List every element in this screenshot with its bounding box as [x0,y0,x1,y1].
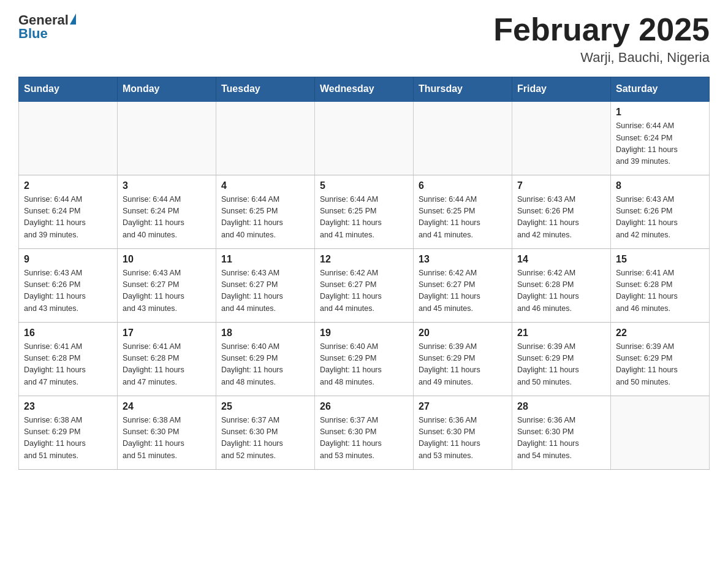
day-number: 17 [123,327,211,339]
weekday-header-wednesday: Wednesday [315,77,414,102]
day-number: 22 [616,327,704,339]
calendar-cell: 17Sunrise: 6:41 AM Sunset: 6:28 PM Dayli… [118,322,216,396]
day-number: 16 [24,327,112,339]
day-number: 23 [24,401,112,412]
calendar-cell: 2Sunrise: 6:44 AM Sunset: 6:24 PM Daylig… [19,175,118,248]
calendar-cell: 21Sunrise: 6:39 AM Sunset: 6:29 PM Dayli… [512,322,611,396]
day-info: Sunrise: 6:43 AM Sunset: 6:26 PM Dayligh… [517,194,605,242]
logo-triangle-icon [70,13,76,25]
day-info: Sunrise: 6:41 AM Sunset: 6:28 PM Dayligh… [24,341,112,389]
weekday-header-saturday: Saturday [611,77,710,102]
day-info: Sunrise: 6:38 AM Sunset: 6:29 PM Dayligh… [24,415,112,462]
calendar-cell [512,101,611,175]
calendar-cell: 24Sunrise: 6:38 AM Sunset: 6:30 PM Dayli… [118,396,216,469]
calendar-cell: 5Sunrise: 6:44 AM Sunset: 6:25 PM Daylig… [315,175,414,248]
day-number: 15 [616,254,704,265]
day-number: 11 [221,254,309,265]
day-number: 8 [616,180,704,191]
calendar-table: SundayMondayTuesdayWednesdayThursdayFrid… [18,77,710,470]
calendar-cell: 19Sunrise: 6:40 AM Sunset: 6:29 PM Dayli… [315,322,414,396]
day-info: Sunrise: 6:44 AM Sunset: 6:24 PM Dayligh… [616,120,704,168]
day-number: 27 [419,401,507,412]
calendar-cell: 18Sunrise: 6:40 AM Sunset: 6:29 PM Dayli… [216,322,315,396]
calendar-cell: 22Sunrise: 6:39 AM Sunset: 6:29 PM Dayli… [611,322,710,396]
day-number: 24 [123,401,211,412]
day-number: 1 [616,107,704,118]
calendar-cell: 26Sunrise: 6:37 AM Sunset: 6:30 PM Dayli… [315,396,414,469]
day-info: Sunrise: 6:36 AM Sunset: 6:30 PM Dayligh… [517,415,605,462]
weekday-header-thursday: Thursday [414,77,512,102]
weekday-header-friday: Friday [512,77,611,102]
calendar-cell: 7Sunrise: 6:43 AM Sunset: 6:26 PM Daylig… [512,175,611,248]
day-info: Sunrise: 6:37 AM Sunset: 6:30 PM Dayligh… [320,415,408,462]
calendar-cell: 23Sunrise: 6:38 AM Sunset: 6:29 PM Dayli… [19,396,118,469]
day-info: Sunrise: 6:44 AM Sunset: 6:24 PM Dayligh… [123,194,211,242]
day-number: 5 [320,180,408,191]
calendar-cell: 8Sunrise: 6:43 AM Sunset: 6:26 PM Daylig… [611,175,710,248]
logo: General Blue [18,12,76,42]
calendar-cell: 10Sunrise: 6:43 AM Sunset: 6:27 PM Dayli… [118,248,216,322]
day-number: 13 [419,254,507,265]
day-number: 26 [320,401,408,412]
weekday-header-monday: Monday [118,77,216,102]
day-info: Sunrise: 6:42 AM Sunset: 6:28 PM Dayligh… [517,267,605,315]
day-number: 9 [24,254,112,265]
calendar-title: February 2025 [493,12,710,47]
page-header: General Blue February 2025 Warji, Bauchi… [18,12,710,66]
day-number: 4 [221,180,309,191]
day-number: 25 [221,401,309,412]
calendar-week-row: 1Sunrise: 6:44 AM Sunset: 6:24 PM Daylig… [19,101,710,175]
day-number: 2 [24,180,112,191]
day-number: 14 [517,254,605,265]
calendar-cell: 15Sunrise: 6:41 AM Sunset: 6:28 PM Dayli… [611,248,710,322]
day-info: Sunrise: 6:43 AM Sunset: 6:27 PM Dayligh… [123,267,211,315]
day-number: 3 [123,180,211,191]
day-number: 20 [419,327,507,339]
calendar-cell: 9Sunrise: 6:43 AM Sunset: 6:26 PM Daylig… [19,248,118,322]
calendar-cell [611,396,710,469]
day-info: Sunrise: 6:38 AM Sunset: 6:30 PM Dayligh… [123,415,211,462]
day-info: Sunrise: 6:37 AM Sunset: 6:30 PM Dayligh… [221,415,309,462]
day-info: Sunrise: 6:41 AM Sunset: 6:28 PM Dayligh… [616,267,704,315]
day-number: 28 [517,401,605,412]
calendar-cell: 27Sunrise: 6:36 AM Sunset: 6:30 PM Dayli… [414,396,512,469]
weekday-header-row: SundayMondayTuesdayWednesdayThursdayFrid… [19,77,710,102]
day-info: Sunrise: 6:41 AM Sunset: 6:28 PM Dayligh… [123,341,211,389]
title-block: February 2025 Warji, Bauchi, Nigeria [493,12,710,66]
day-info: Sunrise: 6:42 AM Sunset: 6:27 PM Dayligh… [320,267,408,315]
calendar-cell: 6Sunrise: 6:44 AM Sunset: 6:25 PM Daylig… [414,175,512,248]
calendar-cell: 12Sunrise: 6:42 AM Sunset: 6:27 PM Dayli… [315,248,414,322]
calendar-week-row: 23Sunrise: 6:38 AM Sunset: 6:29 PM Dayli… [19,396,710,469]
day-info: Sunrise: 6:36 AM Sunset: 6:30 PM Dayligh… [419,415,507,462]
day-info: Sunrise: 6:39 AM Sunset: 6:29 PM Dayligh… [419,341,507,389]
calendar-cell: 16Sunrise: 6:41 AM Sunset: 6:28 PM Dayli… [19,322,118,396]
day-info: Sunrise: 6:44 AM Sunset: 6:25 PM Dayligh… [221,194,309,242]
calendar-cell [19,101,118,175]
calendar-cell: 3Sunrise: 6:44 AM Sunset: 6:24 PM Daylig… [118,175,216,248]
calendar-cell [118,101,216,175]
calendar-cell [315,101,414,175]
day-info: Sunrise: 6:39 AM Sunset: 6:29 PM Dayligh… [616,341,704,389]
calendar-cell: 4Sunrise: 6:44 AM Sunset: 6:25 PM Daylig… [216,175,315,248]
weekday-header-tuesday: Tuesday [216,77,315,102]
calendar-cell: 11Sunrise: 6:43 AM Sunset: 6:27 PM Dayli… [216,248,315,322]
calendar-week-row: 9Sunrise: 6:43 AM Sunset: 6:26 PM Daylig… [19,248,710,322]
weekday-header-sunday: Sunday [19,77,118,102]
day-number: 6 [419,180,507,191]
day-info: Sunrise: 6:44 AM Sunset: 6:24 PM Dayligh… [24,194,112,242]
calendar-cell: 1Sunrise: 6:44 AM Sunset: 6:24 PM Daylig… [611,101,710,175]
logo-text-blue: Blue [18,26,76,42]
day-info: Sunrise: 6:44 AM Sunset: 6:25 PM Dayligh… [320,194,408,242]
calendar-cell: 28Sunrise: 6:36 AM Sunset: 6:30 PM Dayli… [512,396,611,469]
day-info: Sunrise: 6:43 AM Sunset: 6:27 PM Dayligh… [221,267,309,315]
calendar-cell: 14Sunrise: 6:42 AM Sunset: 6:28 PM Dayli… [512,248,611,322]
calendar-week-row: 2Sunrise: 6:44 AM Sunset: 6:24 PM Daylig… [19,175,710,248]
day-number: 7 [517,180,605,191]
calendar-cell: 13Sunrise: 6:42 AM Sunset: 6:27 PM Dayli… [414,248,512,322]
day-number: 18 [221,327,309,339]
calendar-week-row: 16Sunrise: 6:41 AM Sunset: 6:28 PM Dayli… [19,322,710,396]
day-number: 10 [123,254,211,265]
day-info: Sunrise: 6:40 AM Sunset: 6:29 PM Dayligh… [221,341,309,389]
day-number: 21 [517,327,605,339]
day-info: Sunrise: 6:43 AM Sunset: 6:26 PM Dayligh… [24,267,112,315]
